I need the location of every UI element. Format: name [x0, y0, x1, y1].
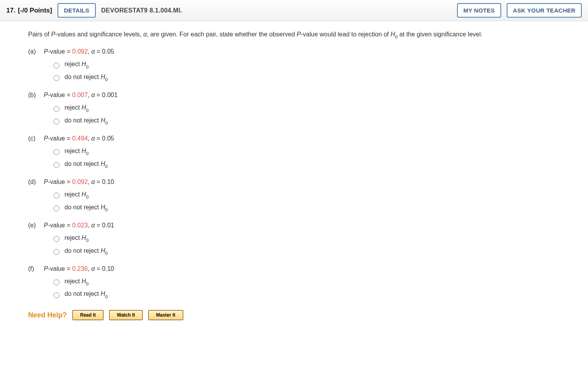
- part-equation: P-value = 0.236, α = 0.10: [44, 264, 114, 274]
- need-help-row: Need Help? Read It Watch It Master It: [28, 310, 563, 321]
- option-do-not-reject[interactable]: do not reject H0: [52, 246, 563, 256]
- read-it-button[interactable]: Read It: [72, 310, 104, 320]
- radio-do-not-reject[interactable]: [54, 75, 59, 81]
- option-label: do not reject H0: [65, 159, 108, 169]
- details-button[interactable]: DETAILS: [57, 3, 95, 18]
- question-points: [-/0 Points]: [18, 7, 52, 14]
- part-e: (e) P-value = 0.023, α = 0.01 reject H0 …: [28, 221, 563, 256]
- radio-reject[interactable]: [54, 149, 59, 155]
- option-reject[interactable]: reject H0: [52, 103, 563, 113]
- part-equation: P-value = 0.023, α = 0.01: [44, 221, 114, 230]
- radio-reject[interactable]: [54, 236, 59, 242]
- part-label: (b): [28, 90, 38, 100]
- question-prompt: Pairs of P-values and significance level…: [28, 30, 563, 40]
- radio-reject[interactable]: [54, 106, 59, 112]
- part-label: (a): [28, 47, 38, 56]
- option-do-not-reject[interactable]: do not reject H0: [52, 72, 563, 83]
- part-label: (f): [28, 264, 38, 274]
- part-equation: P-value = 0.007, α = 0.001: [44, 90, 118, 100]
- text: Pairs of: [28, 31, 51, 38]
- option-label: do not reject H0: [65, 203, 108, 213]
- text: P: [297, 31, 301, 38]
- part-c: (c) P-value = 0.494, α = 0.05 reject H0 …: [28, 134, 563, 169]
- part-label: (c): [28, 134, 38, 143]
- option-reject[interactable]: reject H0: [52, 59, 563, 70]
- option-label: reject H0: [65, 103, 89, 113]
- text: -values and significance levels,: [55, 31, 143, 38]
- watch-it-button[interactable]: Watch It: [109, 310, 143, 320]
- radio-do-not-reject[interactable]: [54, 205, 59, 211]
- part-equation: P-value = 0.092, α = 0.10: [44, 177, 114, 187]
- option-label: do not reject H0: [65, 72, 108, 83]
- option-label: reject H0: [65, 277, 89, 287]
- option-do-not-reject[interactable]: do not reject H0: [52, 203, 563, 213]
- radio-do-not-reject[interactable]: [54, 162, 59, 168]
- my-notes-button[interactable]: MY NOTES: [457, 3, 501, 18]
- option-label: do not reject H0: [65, 116, 108, 126]
- option-reject[interactable]: reject H0: [52, 146, 563, 157]
- radio-reject[interactable]: [54, 193, 59, 198]
- radio-do-not-reject[interactable]: [54, 292, 59, 298]
- text: P: [51, 31, 56, 38]
- option-reject[interactable]: reject H0: [52, 277, 563, 287]
- text: α: [143, 31, 147, 38]
- option-reject[interactable]: reject H0: [52, 190, 563, 200]
- text: , are given. For each pair, state whethe…: [147, 31, 297, 38]
- option-label: reject H0: [65, 146, 89, 157]
- option-do-not-reject[interactable]: do not reject H0: [52, 116, 563, 126]
- option-label: reject H0: [65, 233, 89, 243]
- need-help-label: Need Help?: [28, 310, 67, 321]
- master-it-button[interactable]: Master It: [148, 310, 183, 320]
- part-f: (f) P-value = 0.236, α = 0.10 reject H0 …: [28, 264, 563, 300]
- question-number: 17.: [6, 7, 16, 14]
- text: -value would lead to rejection of: [301, 31, 391, 38]
- part-d: (d) P-value = 0.092, α = 0.10 reject H0 …: [28, 177, 563, 213]
- text: H: [391, 31, 395, 38]
- part-equation: P-value = 0.494, α = 0.05: [44, 134, 114, 143]
- part-b: (b) P-value = 0.007, α = 0.001 reject H0…: [28, 90, 563, 126]
- question-header: 17. [-/0 Points] DETAILS DEVORESTAT9 8.1…: [0, 0, 588, 21]
- option-label: reject H0: [65, 190, 89, 200]
- part-label: (e): [28, 221, 38, 230]
- part-equation: P-value = 0.092, α = 0.05: [44, 47, 114, 56]
- subscript: 0: [395, 34, 398, 39]
- option-label: reject H0: [65, 59, 89, 70]
- option-label: do not reject H0: [65, 289, 108, 299]
- part-label: (d): [28, 177, 38, 187]
- question-body: Pairs of P-values and significance level…: [0, 21, 588, 328]
- radio-reject[interactable]: [54, 63, 59, 68]
- part-a: (a) P-value = 0.092, α = 0.05 reject H0 …: [28, 47, 563, 83]
- radio-do-not-reject[interactable]: [54, 249, 59, 255]
- option-label: do not reject H0: [65, 246, 108, 256]
- radio-do-not-reject[interactable]: [54, 119, 59, 124]
- text: at the given significance level.: [398, 31, 482, 38]
- option-reject[interactable]: reject H0: [52, 233, 563, 243]
- question-source: DEVORESTAT9 8.1.004.MI.: [101, 7, 182, 14]
- option-do-not-reject[interactable]: do not reject H0: [52, 289, 563, 299]
- option-do-not-reject[interactable]: do not reject H0: [52, 159, 563, 169]
- ask-teacher-button[interactable]: ASK YOUR TEACHER: [507, 3, 582, 18]
- radio-reject[interactable]: [54, 279, 59, 285]
